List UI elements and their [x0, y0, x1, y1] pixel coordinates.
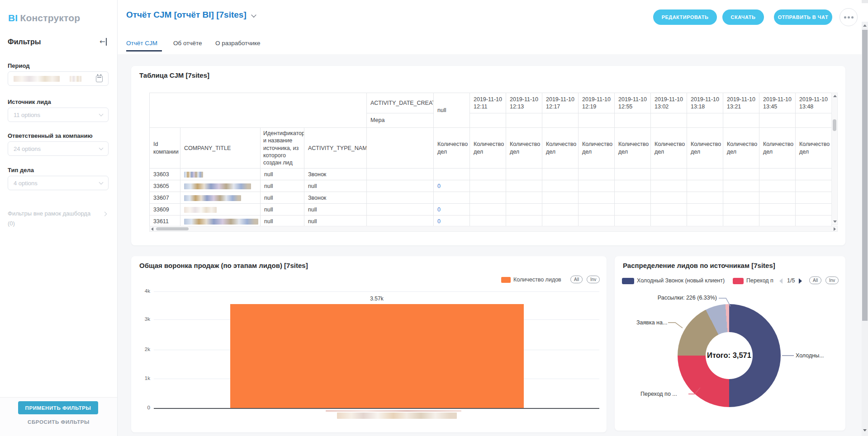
download-button[interactable]: СКАЧАТЬ [722, 9, 764, 25]
scrollbar-thumb[interactable] [156, 227, 189, 230]
extra-filters-count: (0) [8, 220, 15, 227]
donut-legend-label-cold-call[interactable]: Холодный Звонок (новый клиент) [637, 277, 725, 284]
source-cell: null [261, 216, 304, 227]
redacted-x-tick-label [337, 413, 457, 419]
chevron-down-icon [99, 180, 104, 185]
tab-about-developer[interactable]: О разработчике [215, 40, 261, 47]
lead-source-select[interactable]: 11 options [8, 108, 109, 122]
company-title-cell [180, 180, 261, 192]
measure-header: Количество дел [759, 128, 796, 169]
scrollbar-thumb[interactable] [862, 30, 868, 321]
null-column-header: null [434, 93, 470, 128]
gridline [154, 291, 599, 292]
col-header-company-title: COMPANY_TITLE [180, 128, 261, 169]
sales-funnel-card: Общая воронка продаж (по этапам лидов) [… [131, 256, 607, 432]
count-cell [434, 169, 470, 180]
legend-prev-page-icon[interactable] [779, 278, 783, 284]
table-row: 33607 null Звонок [150, 192, 832, 204]
funnel-bar-value: 3.57k [359, 295, 395, 302]
activity-type-cell: null [304, 216, 367, 227]
legend-next-page-icon[interactable] [799, 278, 802, 284]
scroll-up-icon[interactable] [833, 95, 837, 97]
calendar-icon[interactable] [96, 75, 103, 82]
cjm-table-card: Таблица CJM [7sites] ACTIVITY_DATE_CREAT… [131, 66, 845, 245]
measure-header: Количество дел [506, 128, 542, 169]
redacted-company-title [184, 207, 217, 213]
donut-legend-swatch-cold-call[interactable] [622, 278, 634, 284]
activity-type-cell: Звонок [304, 192, 367, 204]
report-title: Отчёт CJM [отчёт BI] [7sites] [126, 10, 247, 19]
company-id-cell: 33609 [150, 204, 180, 216]
date-column-header: 2019-11-10 12:19 [579, 93, 615, 113]
activity-type-cell: null [304, 180, 367, 192]
funnel-legend-inv-button[interactable]: Inv [587, 276, 600, 283]
donut-legend-all-button[interactable]: All [809, 277, 821, 284]
measure-header: Количество дел [434, 128, 470, 169]
measure-header: Количество дел [615, 128, 651, 169]
apply-filters-button[interactable]: ПРИМЕНИТЬ ФИЛЬТРЫ [18, 401, 98, 414]
redacted-company-title [184, 195, 241, 201]
date-column-header: 2019-11-10 12:55 [615, 93, 651, 113]
measure-header: Количество дел [687, 128, 723, 169]
responsible-value: 24 options [14, 145, 100, 152]
measure-header: Количество дел [651, 128, 687, 169]
scroll-down-icon[interactable] [833, 220, 837, 223]
col-header-activity-type: ACTIVITY_TYPE_NAME [304, 128, 367, 169]
company-title-cell [180, 192, 261, 204]
filter-label-period: Период [8, 62, 30, 69]
count-cell: 0 [434, 180, 470, 192]
donut-legend-inv-button[interactable]: Inv [825, 277, 839, 284]
page-scrollbar[interactable] [862, 0, 868, 436]
scroll-down-icon[interactable] [863, 429, 867, 431]
chevron-down-icon [99, 146, 104, 150]
donut-legend-swatch-transition[interactable] [733, 278, 744, 284]
count-cell: 0 [434, 216, 470, 227]
edit-button[interactable]: РЕДАКТИРОВАТЬ [653, 9, 717, 25]
extra-filters-label: Фильтры вне рамок дашборда [8, 210, 90, 217]
tab-about-report[interactable]: Об отчёте [173, 40, 202, 47]
more-actions-button[interactable] [840, 8, 858, 26]
scroll-right-icon[interactable] [834, 227, 836, 231]
redacted-company-title [184, 219, 258, 225]
activity-type-cell: Звонок [304, 169, 367, 180]
table-horizontal-scrollbar[interactable] [149, 226, 838, 232]
source-cell: null [261, 180, 304, 192]
funnel-legend-swatch[interactable] [501, 277, 511, 283]
scroll-left-icon[interactable] [151, 227, 153, 231]
report-title-dropdown[interactable]: Отчёт CJM [отчёт BI] [7sites] [126, 10, 256, 20]
funnel-bar[interactable] [230, 304, 524, 408]
extra-filters-link[interactable]: Фильтры вне рамок дашборда [8, 210, 110, 217]
lead-source-value: 11 options [14, 112, 100, 118]
callout-transition: Переход по ... [640, 391, 677, 397]
filter-label-responsible: Ответственный за компанию [8, 132, 93, 139]
date-column-header: 2019-11-10 13:18 [687, 93, 723, 113]
redacted-company-title [184, 172, 203, 178]
scroll-up-icon[interactable] [863, 24, 867, 27]
app-logo: BIКонструктор [8, 13, 80, 23]
date-dimension-header: ACTIVITY_DATE_CREATE [367, 93, 434, 113]
tab-report-cjm[interactable]: Отчёт CJM [126, 40, 157, 47]
sidebar-collapse-icon[interactable]: ← [100, 38, 107, 46]
donut-legend-label-transition[interactable]: Переход п [746, 277, 773, 284]
measure-header: Количество дел [542, 128, 579, 169]
donut-card-title: Распределение лидов по источникам [7site… [623, 262, 775, 269]
pivot-table: ACTIVITY_DATE_CREATE null 2019-11-10 12:… [149, 93, 832, 227]
date-column-header: 2019-11-10 13:21 [723, 93, 759, 113]
responsible-select[interactable]: 24 options [8, 141, 109, 156]
measure-row-label: Мера [367, 113, 434, 128]
date-column-header: 2019-11-10 13:45 [759, 93, 796, 113]
date-column-header: 2019-11-10 13:02 [651, 93, 687, 113]
activity-type-cell: null [304, 204, 367, 216]
send-to-chat-button[interactable]: ОТПРАВИТЬ В ЧАТ [774, 9, 832, 25]
case-type-select[interactable]: 4 options [8, 176, 109, 190]
table-vertical-scrollbar[interactable] [831, 93, 838, 225]
period-date-input[interactable] [8, 71, 109, 86]
funnel-card-title: Общая воронка продаж (по этапам лидов) [… [139, 262, 308, 269]
scrollbar-thumb[interactable] [833, 119, 836, 131]
reset-filters-button[interactable]: СБРОСИТЬ ФИЛЬТРЫ [0, 419, 117, 425]
funnel-legend-all-button[interactable]: All [570, 276, 583, 283]
funnel-legend-label[interactable]: Количество лидов [513, 277, 561, 283]
callout-application: Заявка на... [636, 319, 667, 326]
measure-header: Количество дел [579, 128, 615, 169]
report-header: Отчёт CJM [отчёт BI] [7sites] РЕДАКТИРОВ… [118, 0, 862, 54]
